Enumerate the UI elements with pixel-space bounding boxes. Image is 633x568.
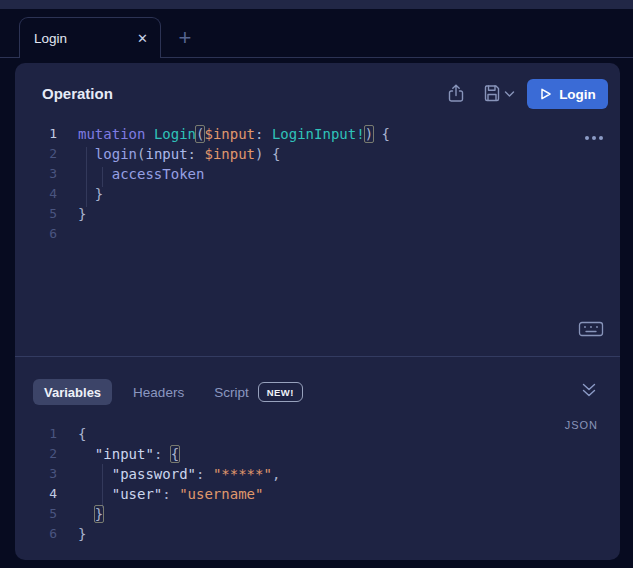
run-login-button[interactable]: Login (527, 79, 608, 109)
code-line[interactable]: 3 accessToken (15, 164, 620, 184)
code-line[interactable]: 2 login(input: $input) { (15, 144, 620, 164)
line-number: 2 (15, 144, 57, 164)
tab-variables[interactable]: Variables (33, 379, 112, 405)
main-panel: Operation Login 1mutation Login($input: … (15, 63, 620, 560)
operation-title: Operation (42, 85, 113, 102)
variables-editor[interactable]: 1{2 "input": {3 "password": "*****",4 "u… (15, 424, 620, 544)
code-text: } (78, 504, 103, 524)
close-icon[interactable]: ✕ (137, 32, 148, 45)
line-number: 5 (15, 504, 57, 524)
operation-editor[interactable]: 1mutation Login($input: LoginInput!) {2 … (15, 124, 620, 244)
tab-headers[interactable]: Headers (133, 385, 184, 400)
code-line[interactable]: 5 } (15, 504, 620, 524)
code-text: "user": "username" (78, 484, 263, 504)
code-text: } (78, 524, 86, 544)
window-top-strip (0, 0, 633, 9)
code-text: accessToken (78, 164, 204, 184)
code-text: login(input: $input) { (78, 144, 280, 164)
tab-bar: Login ✕ + (0, 9, 633, 58)
request-tabs: Variables Headers Script NEW! (33, 379, 303, 405)
line-number: 4 (15, 484, 57, 504)
play-icon (539, 87, 552, 101)
code-line[interactable]: 1mutation Login($input: LoginInput!) { (15, 124, 620, 144)
double-chevron-down-icon (581, 383, 597, 398)
code-text: } (78, 184, 103, 204)
line-number: 6 (15, 224, 57, 244)
code-text: { (78, 424, 86, 444)
run-button-label: Login (559, 87, 596, 102)
tab-login[interactable]: Login ✕ (19, 17, 161, 58)
save-floppy-icon (482, 83, 502, 104)
keyboard-icon (578, 320, 604, 338)
code-text: mutation Login($input: LoginInput!) { (78, 124, 390, 144)
keyboard-shortcuts-button[interactable] (578, 320, 604, 338)
line-number: 1 (15, 424, 57, 444)
line-number: 1 (15, 124, 57, 144)
code-text: "password": "*****", (78, 464, 280, 484)
share-button[interactable] (446, 83, 466, 104)
code-line[interactable]: 4 "user": "username" (15, 484, 620, 504)
code-line[interactable]: 3 "password": "*****", (15, 464, 620, 484)
indent-guide (102, 464, 103, 508)
line-number: 6 (15, 524, 57, 544)
code-line[interactable]: 5} (15, 204, 620, 224)
code-line[interactable]: 6 (15, 224, 620, 244)
indent-guide (102, 167, 103, 187)
plus-icon[interactable]: + (173, 26, 197, 50)
share-icon (446, 83, 466, 104)
code-line[interactable]: 2 "input": { (15, 444, 620, 464)
code-line[interactable]: 6} (15, 524, 620, 544)
tab-title: Login (34, 31, 67, 46)
collapse-pane-button[interactable] (581, 383, 597, 398)
line-number: 3 (15, 464, 57, 484)
panel-divider (15, 356, 620, 357)
code-text: } (78, 204, 86, 224)
indent-guide (86, 147, 87, 207)
save-dropdown-button[interactable] (504, 90, 515, 98)
line-number: 5 (15, 204, 57, 224)
new-badge: NEW! (258, 382, 303, 402)
code-line[interactable]: 4 } (15, 184, 620, 204)
line-number: 2 (15, 444, 57, 464)
save-button[interactable] (482, 83, 502, 104)
code-line[interactable]: 1{ (15, 424, 620, 444)
chevron-down-icon (504, 90, 515, 98)
line-number: 3 (15, 164, 57, 184)
line-number: 4 (15, 184, 57, 204)
code-text: "input": { (78, 444, 179, 464)
tab-script[interactable]: Script (214, 385, 249, 400)
